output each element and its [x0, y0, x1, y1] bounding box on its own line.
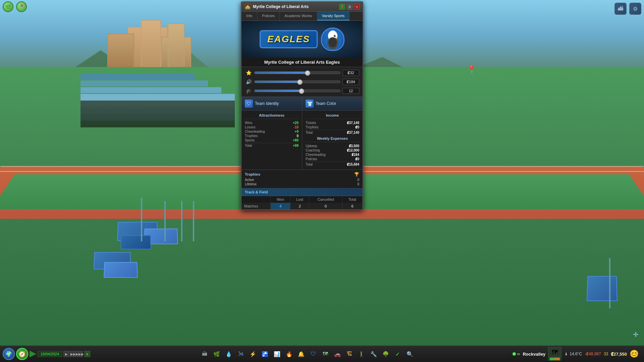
slider-thumb-3[interactable] — [299, 88, 304, 94]
dialog-titlebar: 🏫 Myrtle College of Liberal Arts 📍 ☰ ✕ — [241, 2, 363, 12]
list-dialog-btn[interactable]: ☰ — [346, 4, 353, 10]
dialog-title: Myrtle College of Liberal Arts — [253, 4, 337, 9]
shield-bottom-icon[interactable]: 🛡 — [308, 349, 318, 359]
bottom-left-controls: 🌍 🧭 19/04/2024 ▶ ▶▶ ▶▶▶ ⏸ — [0, 348, 107, 360]
eagles-text-logo: EAGLES — [260, 30, 318, 48]
pin-button[interactable]: 📍 — [16, 1, 27, 12]
road-icon[interactable]: 🚗 — [332, 349, 342, 359]
slider-track-1[interactable] — [254, 71, 340, 74]
slider-track-3[interactable] — [254, 89, 340, 92]
pole-4 — [141, 198, 142, 241]
map-color-bar — [548, 357, 561, 361]
tab-info[interactable]: Info — [241, 12, 257, 20]
team-identity-button[interactable]: 🛡 Team Identity — [241, 97, 302, 110]
slider-thumb-2[interactable] — [297, 79, 303, 85]
slider-fill-2 — [255, 81, 300, 83]
slider-thumb-1[interactable] — [305, 70, 310, 76]
slider-fill-1 — [255, 72, 308, 74]
check-icon[interactable]: ✓ — [393, 349, 403, 359]
cash-display: ₡27,550 — [611, 352, 627, 357]
table-row: Matches 4 2 0 6 — [241, 203, 363, 209]
cheerleading-exp-label: Cheerleading — [306, 153, 326, 157]
nature-icon[interactable]: 🌿 — [212, 349, 222, 359]
nav-compass: ✛ — [633, 330, 639, 339]
col-header-empty — [241, 196, 271, 203]
shirt-icon: 👕 — [306, 100, 314, 108]
cheerleading-value: +9 — [295, 130, 299, 133]
population-stat: ∞ — [513, 352, 520, 356]
compass-bottom-icon[interactable]: 🧭 — [16, 348, 28, 360]
trophy-lifetime-line: Lifetime 0 — [245, 182, 359, 186]
svg-rect-3 — [80, 74, 195, 80]
dialog-controls: 📍 ☰ ✕ — [339, 4, 360, 10]
top-right-controls: 🏙 ⚙ — [614, 3, 641, 15]
leaf-button[interactable]: 🌿 — [3, 1, 13, 12]
tab-academic-works[interactable]: Academic Works — [280, 12, 317, 20]
stat-upkeep: Upkeep ₡3,500 — [306, 144, 359, 148]
tree-icon[interactable]: 🌳 — [381, 349, 391, 359]
terrain-icon[interactable]: 🏔 — [200, 349, 210, 359]
trophies-attr-value: 0 — [297, 134, 299, 138]
pipe-icon[interactable]: 🚰 — [260, 349, 270, 359]
track-field-section: Track & Field Won Lost Cancelled Total M… — [241, 188, 363, 209]
slider-row-3: 🎓 12 — [245, 87, 359, 95]
fire-icon[interactable]: 🔥 — [284, 349, 294, 359]
map-location-pin[interactable]: 📍 — [467, 65, 476, 74]
pause-button[interactable]: ⏸ — [84, 351, 90, 357]
upkeep-label: Upkeep — [306, 144, 317, 148]
alert-icon[interactable]: 🔔 — [296, 349, 306, 359]
speed-buttons: ▶ ▶▶ ▶▶▶ — [63, 351, 83, 357]
close-dialog-btn[interactable]: ✕ — [354, 4, 360, 10]
minimap-icon[interactable]: 🗺 — [548, 347, 561, 357]
dialog-tabs: Info Policies Academic Works Varsity Spo… — [241, 12, 363, 21]
trophies-title: Trophies 🏆 — [245, 172, 359, 177]
speed-btn-3[interactable]: ▶▶▶ — [77, 351, 83, 357]
settings-icon[interactable]: ⚙ — [629, 3, 641, 15]
population-value: ∞ — [517, 352, 520, 356]
trophies-attr-label: Trophies — [245, 134, 258, 138]
wind-icon[interactable]: 🌬 — [236, 349, 246, 359]
eagle-mascot — [321, 27, 344, 51]
shield-icon: 🛡 — [245, 100, 253, 108]
pole-2 — [181, 201, 182, 241]
active-value: 0 — [357, 178, 359, 182]
slider-track-2[interactable] — [254, 80, 340, 83]
date-display: 19/04/2024 — [38, 351, 62, 357]
track-table: Won Lost Cancelled Total Matches 4 2 0 6 — [241, 196, 363, 209]
row-total: 6 — [342, 203, 362, 209]
search-icon[interactable]: 🔍 — [405, 349, 415, 359]
build-icon[interactable]: 🏗 — [344, 349, 355, 359]
cheerleading-exp-value: ₡184 — [352, 153, 359, 157]
wins-value: +20 — [293, 121, 299, 125]
wins-label: Wins — [245, 121, 252, 125]
team-color-button[interactable]: 👕 Team Color — [302, 97, 363, 110]
tab-varsity-sports[interactable]: Varsity Sports — [317, 12, 350, 20]
slider-fill-3 — [255, 90, 302, 92]
map-icon[interactable]: 🗺 — [320, 349, 330, 359]
team-logo: EAGLES — [260, 27, 344, 51]
blue-box-5 — [104, 262, 138, 278]
walk-icon[interactable]: 🚶 — [357, 349, 367, 359]
speed-btn-2[interactable]: ▶▶ — [70, 351, 76, 357]
cheerleading-label: Cheerleading — [245, 130, 265, 133]
chart-icon[interactable]: 📊 — [272, 349, 282, 359]
play-button[interactable] — [30, 351, 36, 357]
globe-icon[interactable]: 🌍 — [3, 348, 15, 360]
team-action-buttons: 🛡 Team Identity 👕 Team Color — [241, 97, 363, 111]
stat-cheerleading-exp: Cheerleading ₡184 — [306, 153, 359, 157]
water-icon[interactable]: 💧 — [224, 349, 234, 359]
temperature-display: 🌡 14.6°C — [564, 352, 582, 356]
wrench-icon[interactable]: 🔧 — [369, 349, 379, 359]
pin-dialog-btn[interactable]: 📍 — [339, 4, 345, 10]
power-icon[interactable]: ⚡ — [248, 349, 258, 359]
total-exp-value: ₡15,684 — [347, 163, 359, 166]
trophies-section: Trophies 🏆 Active 0 Lifetime 0 — [241, 170, 363, 188]
city-icon[interactable]: 🏙 — [614, 3, 627, 15]
tab-policies[interactable]: Policies — [257, 12, 280, 20]
city-icon-bottom: 🌍 🧭 — [3, 348, 28, 360]
trophies-income-label: Trophies — [306, 125, 319, 129]
policies-exp-value: ₡0 — [355, 157, 359, 161]
attractiveness-panel: Attractiveness Wins +20 Losses -10 Cheer… — [241, 111, 302, 170]
speed-btn-1[interactable]: ▶ — [63, 351, 69, 357]
team-name: Myrtle College of Liberal Arts Eagles — [241, 58, 363, 67]
